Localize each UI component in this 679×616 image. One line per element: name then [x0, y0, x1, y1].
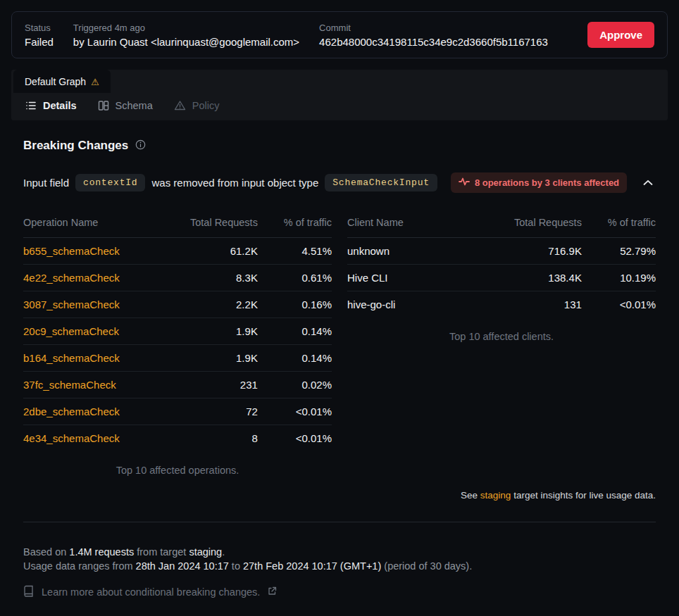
operation-link[interactable]: b655_schemaCheck [23, 245, 120, 257]
table-row: b164_schemaCheck 1.9K 0.14% [23, 345, 332, 372]
target-name: staging [189, 546, 222, 558]
based-on-line: Based on 1.4M requests from target stagi… [23, 545, 656, 559]
traffic-cell: 52.79% [582, 238, 656, 265]
total-requests-cell: 138.4K [490, 265, 582, 291]
check-summary-card: Status Failed Triggered 4m ago by Laurin… [11, 11, 668, 58]
collapse-button[interactable] [640, 177, 656, 189]
tab-details-label: Details [43, 100, 77, 111]
warning-icon: ⚠ [91, 77, 99, 87]
table-row: 37fc_schemaCheck 231 0.02% [23, 372, 332, 398]
tab-schema-label: Schema [116, 100, 153, 111]
approve-button[interactable]: Approve [587, 22, 654, 48]
see-note-prefix: See [461, 490, 478, 501]
operations-usage-table: Operation Name Total Requests % of traff… [23, 210, 332, 480]
client-name-cell: Hive CLI [347, 265, 490, 291]
graph-tab-label: Default Graph [25, 76, 86, 87]
change-field-chip: contextId [75, 174, 145, 191]
tab-default-graph[interactable]: Default Graph ⚠ [13, 70, 111, 93]
operation-link[interactable]: 37fc_schemaCheck [23, 379, 116, 391]
staging-link[interactable]: staging [480, 490, 511, 501]
clients-usage-table: Client Name Total Requests % of traffic … [347, 210, 656, 480]
table-row: 20c9_schemaCheck 1.9K 0.14% [23, 318, 332, 345]
operations-caption: Top 10 affected operations. [23, 451, 332, 480]
traffic-cell: <0.01% [258, 425, 332, 452]
range-end: 27th Feb 2024 10:17 (GMT+1) [243, 560, 381, 572]
operation-link[interactable]: 4e22_schemaCheck [23, 272, 120, 284]
total-requests-cell: 716.9K [490, 238, 582, 265]
status-value: Failed [25, 36, 54, 48]
column-header: % of traffic [582, 210, 656, 238]
total-requests-cell: 61.2K [166, 238, 258, 265]
affected-badge-label: 8 operations by 3 clients affected [475, 177, 619, 188]
commit-field: Commit 462b48000c34198115c34e9c2d3660f5b… [319, 23, 548, 48]
table-row: b655_schemaCheck 61.2K 4.51% [23, 238, 332, 265]
details-panel: Breaking Changes Input field contextId w… [0, 139, 679, 599]
triggered-field: Triggered 4m ago by Laurin Quast <laurin… [73, 23, 299, 48]
total-requests-cell: 2.2K [166, 291, 258, 318]
commit-label: Commit [319, 23, 548, 33]
traffic-cell: 0.61% [258, 265, 332, 291]
client-name-cell: unknown [347, 238, 490, 265]
total-requests-cell: 231 [166, 372, 258, 398]
tab-schema[interactable]: Schema [98, 100, 153, 111]
total-requests-cell: 131 [490, 291, 582, 318]
traffic-cell: 0.14% [258, 318, 332, 345]
change-middle: was removed from input object type [151, 177, 318, 189]
table-row: Hive CLI 138.4K 10.19% [347, 265, 656, 291]
breaking-change-row: Input field contextId was removed from i… [23, 172, 656, 193]
operation-link[interactable]: 20c9_schemaCheck [23, 325, 119, 337]
graph-tab-row: Default Graph ⚠ [11, 70, 668, 93]
range-prefix: Usage data ranges from [23, 560, 133, 572]
total-requests-cell: 1.9K [166, 345, 258, 372]
table-row: 2dbe_schemaCheck 72 <0.01% [23, 398, 332, 425]
affected-badge: 8 operations by 3 clients affected [451, 172, 627, 193]
column-header: Total Requests [166, 210, 258, 238]
based-on-prefix: Based on [23, 546, 66, 558]
see-note-suffix: target insights for live usage data. [513, 490, 656, 501]
client-name-cell: hive-go-cli [347, 291, 490, 318]
change-prefix: Input field [23, 177, 69, 189]
range-start: 28th Jan 2024 10:17 [136, 560, 229, 572]
operation-link[interactable]: 4e34_schemaCheck [23, 432, 120, 444]
breaking-changes-title: Breaking Changes [23, 139, 128, 153]
tab-policy-label: Policy [192, 100, 220, 111]
tab-strip: Default Graph ⚠ Details Schema Policy [11, 70, 668, 120]
traffic-cell: <0.01% [582, 291, 656, 318]
operation-link[interactable]: b164_schemaCheck [23, 352, 120, 364]
tab-details[interactable]: Details [25, 100, 77, 111]
warning-triangle-icon [174, 100, 186, 111]
request-count: 1.4M requests [69, 546, 134, 558]
info-icon [135, 139, 146, 152]
traffic-cell: 0.14% [258, 345, 332, 372]
total-requests-cell: 1.9K [166, 318, 258, 345]
change-type-chip: SchemaCheckInput [325, 174, 437, 191]
learn-more-link[interactable]: Learn more about conditional breaking ch… [23, 585, 277, 599]
see-staging-note: See staging target insights for live usa… [23, 490, 656, 501]
total-requests-cell: 72 [166, 398, 258, 425]
operation-link[interactable]: 3087_schemaCheck [23, 298, 120, 310]
column-header: Total Requests [490, 210, 582, 238]
clients-caption: Top 10 affected clients. [347, 318, 656, 346]
column-header: Operation Name [23, 210, 166, 238]
from-target-text: from target [137, 546, 186, 558]
usage-range-line: Usage data ranges from 28th Jan 2024 10:… [23, 559, 656, 573]
book-icon [23, 585, 34, 599]
table-row: unknown 716.9K 52.79% [347, 238, 656, 265]
tab-policy[interactable]: Policy [174, 100, 220, 111]
traffic-cell: 10.19% [582, 265, 656, 291]
status-label: Status [25, 23, 54, 33]
table-row: 4e34_schemaCheck 8 <0.01% [23, 425, 332, 452]
subtab-row: Details Schema Policy [11, 93, 668, 120]
table-row: hive-go-cli 131 <0.01% [347, 291, 656, 318]
range-to: to [232, 560, 240, 572]
range-period: (period of 30 days). [384, 560, 472, 572]
traffic-cell: 0.02% [258, 372, 332, 398]
section-divider [23, 522, 656, 522]
triggered-label: Triggered 4m ago [73, 23, 299, 33]
columns-icon [98, 100, 109, 111]
traffic-cell: 0.16% [258, 291, 332, 318]
operation-link[interactable]: 2dbe_schemaCheck [23, 406, 120, 417]
total-requests-cell: 8.3K [166, 265, 258, 291]
triggered-value: by Laurin Quast <laurinquast@googlemail.… [73, 36, 299, 48]
table-row: 4e22_schemaCheck 8.3K 0.61% [23, 265, 332, 291]
